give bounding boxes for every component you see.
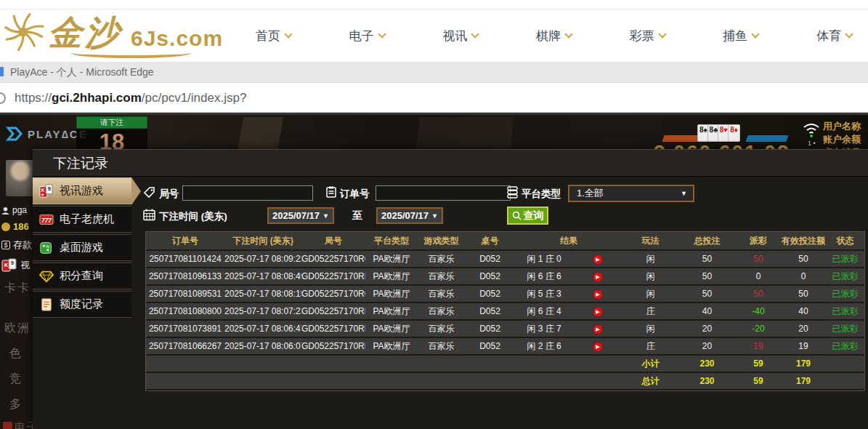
caret-down-icon: ▼	[323, 212, 329, 220]
cell-platform-type: PA欧洲厅	[365, 321, 418, 337]
magnifier-icon	[512, 211, 522, 220]
svg-text:777: 777	[41, 217, 52, 223]
cell-result: 闲 2 庄 6	[515, 338, 573, 354]
round-number-label: 局号	[159, 188, 179, 201]
cell-payout: 19	[736, 338, 781, 354]
date-from-picker[interactable]: 2025/07/17 ▼	[267, 207, 334, 224]
date-to-picker[interactable]: 2025/07/17 ▼	[376, 207, 443, 224]
cell-empty	[418, 373, 465, 389]
svg-text:9: 9	[11, 260, 14, 265]
col-platform-type: 平台类型	[365, 232, 418, 249]
nav-item-sports[interactable]: 体育	[816, 28, 852, 44]
chevron-down-icon	[564, 30, 572, 38]
nav-item-slots[interactable]: 电子	[349, 28, 385, 44]
lobby-video-games[interactable]: K 9 视	[1, 257, 30, 273]
lobby-username-text: pga	[12, 205, 27, 215]
platform-type-label: 平台类型	[522, 188, 561, 201]
play-video-button[interactable]: ▶	[593, 254, 603, 265]
col-table-number: 桌号	[465, 232, 515, 249]
bet-records-modal: 下注记录 K ♥ 9 视讯游戏 777 电子老虎机 %	[33, 149, 868, 429]
cell-game-type: 百家乐	[418, 338, 465, 354]
cell-table-number: D052	[465, 338, 515, 354]
cell-payout: 50	[736, 251, 781, 267]
platform-selected-value: 1.全部	[577, 187, 604, 200]
play-video-button[interactable]: ▶	[593, 272, 603, 282]
svg-text:♥: ♥	[41, 192, 44, 197]
lobby-menu-item[interactable]: 竞	[9, 372, 23, 387]
edge-tab-icon	[0, 67, 4, 76]
cell-payout: 50	[736, 286, 781, 302]
platform-type-select[interactable]: 1.全部 ▼	[568, 185, 694, 202]
lobby-menu-item[interactable]: 卡卡	[4, 281, 31, 296]
cell-round-number: GD052257170RN	[301, 303, 365, 319]
table-row: 2507170810738912025-07-17 08:06:47GD0522…	[146, 321, 864, 337]
cell-platform-type: PA欧洲厅	[365, 286, 418, 302]
table-row: 2507170811014242025-07-17 08:09:22GD0522…	[146, 251, 864, 267]
cell-bet-time: 2025-07-17 08:08:49	[224, 268, 301, 284]
lobby-menu-item[interactable]: 多	[9, 397, 23, 412]
cell-table-number: D052	[465, 286, 515, 302]
sidebar-item-video-games[interactable]: K ♥ 9 视讯游戏	[33, 177, 131, 204]
cell-empty	[224, 356, 301, 372]
chevron-down-icon	[658, 30, 666, 38]
round-number-input[interactable]	[182, 185, 313, 201]
bet-prompt-banner: 请下注	[76, 116, 147, 129]
url-path: /pc/pcv1/index.jsp?	[142, 91, 247, 105]
sidebar-item-table-games[interactable]: % 桌面游戏	[33, 234, 131, 261]
cell-play-type: 庄	[622, 338, 678, 354]
sidebar-item-quota-records[interactable]: 额度记录	[33, 291, 131, 318]
cell-order-number: 250717081066267	[146, 338, 224, 354]
info-balance-label: 账户余额	[823, 133, 861, 146]
cell-play-type: 闲	[622, 251, 678, 267]
order-number-label: 订单号	[340, 188, 370, 201]
col-game-type: 游戏类型	[418, 232, 465, 249]
nav-item-home[interactable]: 首页	[256, 28, 291, 44]
url-text[interactable]: https://gci.2hhapi.com/pc/pcv1/index.jsp…	[15, 83, 246, 113]
play-video-button[interactable]: ▶	[593, 307, 603, 317]
cell-status: 已派彩	[826, 338, 864, 354]
cell-table-number: D052	[465, 321, 515, 337]
sidebar-item-points-inquiry[interactable]: 积分查询	[33, 262, 131, 289]
cell-round-number: GD052257170RQ	[301, 251, 365, 267]
lobby-menu-item[interactable]: 欧洲	[4, 321, 31, 336]
cell-status: 已派彩	[826, 321, 864, 337]
col-round-number: 局号	[301, 232, 365, 249]
cell-platform-type: PA欧洲厅	[365, 303, 418, 319]
nav-item-fishing[interactable]: 捕鱼	[723, 28, 758, 44]
sidebar-label: 视讯游戏	[60, 184, 103, 198]
play-video-button[interactable]: ▶	[593, 289, 603, 300]
lobby-menu-item[interactable]: 色	[9, 346, 23, 361]
cell-summary-payout: 59	[736, 373, 781, 389]
sidebar-item-slot-machines[interactable]: 777 电子老虎机	[33, 206, 131, 233]
cell-play-type: 庄	[622, 303, 678, 319]
cell-summary-label: 小计	[622, 356, 678, 372]
nav-label: 体育	[816, 28, 841, 44]
cell-empty	[146, 373, 224, 389]
search-button[interactable]: 查询	[507, 207, 548, 225]
cell-summary-valid: 179	[781, 356, 826, 372]
table-row: 2507170810961332025-07-17 08:08:49GD0522…	[146, 268, 864, 284]
cell-order-number: 250717081096133	[146, 268, 224, 284]
col-bet-time: 下注时间 (美东)	[224, 232, 301, 249]
cell-game-type: 百家乐	[418, 251, 465, 267]
order-number-input[interactable]	[376, 185, 511, 201]
nav-item-live[interactable]: 视讯	[442, 28, 478, 44]
caret-down-icon: ▼	[681, 190, 687, 197]
cell-total-bet: 50	[678, 286, 736, 302]
dealt-cards: 8♠ 8♣ 8♥ 8♦	[699, 124, 740, 142]
play-video-button[interactable]: ▶	[593, 342, 603, 352]
cell-table-number: D052	[465, 251, 515, 267]
playace-mark-icon	[6, 125, 23, 143]
cell-table-number: D052	[465, 268, 515, 284]
wifi-signal-icon	[802, 121, 821, 138]
cell-bet-time: 2025-07-17 08:08:15	[224, 286, 301, 302]
nav-item-lottery[interactable]: 彩票	[630, 28, 665, 44]
svg-text:9: 9	[48, 185, 51, 192]
modal-sidebar: K ♥ 9 视讯游戏 777 电子老虎机 % 桌面游戏	[33, 177, 131, 319]
cell-empty	[365, 373, 418, 389]
calendar-icon	[143, 209, 155, 221]
deposit-button[interactable]: $ 存款	[1, 238, 32, 252]
cell-empty	[515, 356, 573, 372]
play-video-button[interactable]: ▶	[593, 324, 603, 334]
nav-item-cards[interactable]: 棋牌	[536, 28, 572, 44]
